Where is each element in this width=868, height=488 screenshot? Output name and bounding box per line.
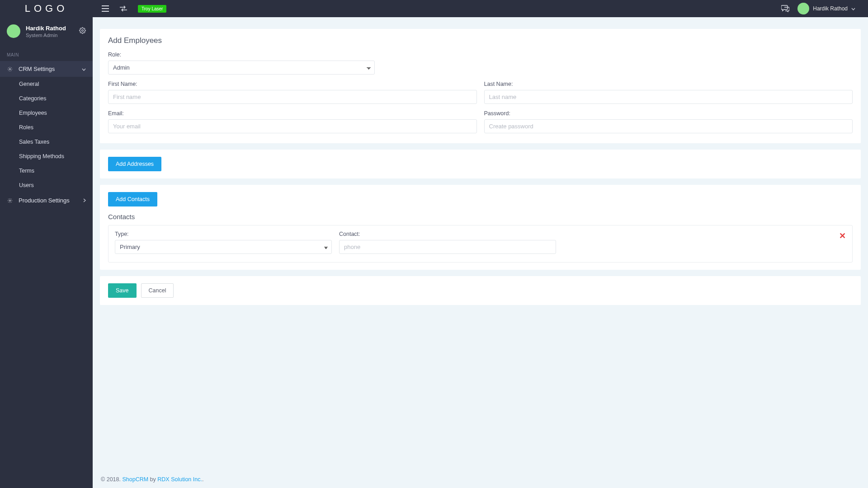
role-select[interactable]: Admin <box>108 61 375 75</box>
sidebar-item-employees[interactable]: Employees <box>0 106 93 120</box>
close-icon: ✕ <box>839 231 846 240</box>
add-addresses-button[interactable]: Add Addresses <box>108 157 161 171</box>
sidebar-item-users[interactable]: Users <box>0 178 93 192</box>
brand-logo[interactable]: LOGO <box>0 3 93 14</box>
sidebar-item-label: CRM Settings <box>19 66 55 72</box>
chevron-down-icon <box>82 66 86 72</box>
gear-icon[interactable] <box>79 27 86 35</box>
contact-label: Contact: <box>339 231 556 237</box>
remove-contact-button[interactable]: ✕ <box>839 231 846 241</box>
sidebar-section-label: MAIN <box>0 42 93 61</box>
svg-rect-0 <box>102 5 109 6</box>
top-navbar: LOGO Troy Laser Hardik Rathod <box>0 0 868 17</box>
sidebar-item-label: Production Settings <box>19 197 70 204</box>
footer-app-link[interactable]: ShopCRM <box>122 476 148 483</box>
contacts-heading: Contacts <box>108 213 853 221</box>
svg-point-3 <box>82 30 84 32</box>
contact-input[interactable] <box>339 240 556 254</box>
navbar-right: Hardik Rathod <box>781 3 868 14</box>
footer-suffix: . <box>202 476 203 483</box>
cancel-button[interactable]: Cancel <box>141 283 174 298</box>
brand-logo-text: LOGO <box>25 3 68 14</box>
sidebar-submenu-crm: General Categories Employees Roles Sales… <box>0 77 93 192</box>
gear-icon <box>7 198 13 203</box>
sidebar-user-card: Hardik Rathod System Admin <box>0 17 93 42</box>
sidebar-item-label: Roles <box>19 124 33 131</box>
card-addresses: Add Addresses <box>100 150 861 178</box>
last-name-label: Last Name: <box>484 81 853 87</box>
password-label: Password: <box>484 110 853 117</box>
first-name-label: First Name: <box>108 81 477 87</box>
sidebar-item-terms[interactable]: Terms <box>0 164 93 178</box>
first-name-input[interactable] <box>108 90 477 104</box>
user-name: Hardik Rathod <box>813 5 848 12</box>
contact-type-label: Type: <box>115 231 332 237</box>
sidebar-item-roles[interactable]: Roles <box>0 120 93 135</box>
sidebar-item-shipping-methods[interactable]: Shipping Methods <box>0 149 93 164</box>
card-add-employee: Add Employees Role: Admin First Name: La… <box>100 29 861 143</box>
footer-copyright: © 2018. <box>101 476 122 483</box>
email-label: Email: <box>108 110 477 117</box>
avatar <box>797 3 809 14</box>
sidebar-user-role: System Admin <box>26 33 66 38</box>
sidebar: Hardik Rathod System Admin MAIN CRM Sett… <box>0 17 93 488</box>
main-area: Add Employees Role: Admin First Name: La… <box>93 17 868 488</box>
sidebar-item-label: Terms <box>19 168 34 174</box>
sidebar-item-label: Users <box>19 182 34 188</box>
org-badge[interactable]: Troy Laser <box>138 5 166 13</box>
chevron-down-icon <box>851 5 855 12</box>
page-footer: © 2018. ShopCRM by RDX Solution Inc.. <box>93 471 868 488</box>
svg-rect-1 <box>102 8 109 9</box>
sidebar-item-production-settings[interactable]: Production Settings <box>0 192 93 208</box>
password-input[interactable] <box>484 119 853 133</box>
role-label: Role: <box>108 52 853 58</box>
chevron-right-icon <box>83 197 86 204</box>
card-actions: Save Cancel <box>100 276 861 305</box>
user-menu[interactable]: Hardik Rathod <box>797 3 855 14</box>
chat-icon[interactable] <box>781 5 789 12</box>
svg-point-5 <box>9 200 11 201</box>
sidebar-item-general[interactable]: General <box>0 77 93 91</box>
navbar-left: Troy Laser <box>93 5 166 13</box>
card-contacts: Add Contacts Contacts Type: Primary Cont… <box>100 185 861 270</box>
sidebar-item-label: General <box>19 81 39 87</box>
svg-point-4 <box>9 68 11 70</box>
sidebar-item-label: Employees <box>19 110 47 116</box>
footer-by: by <box>148 476 157 483</box>
sidebar-item-label: Categories <box>19 95 46 102</box>
avatar <box>7 24 20 38</box>
sidebar-item-sales-taxes[interactable]: Sales Taxes <box>0 135 93 149</box>
add-contacts-button[interactable]: Add Contacts <box>108 192 157 206</box>
sidebar-user-name: Hardik Rathod <box>26 25 66 32</box>
sidebar-item-label: Shipping Methods <box>19 153 64 160</box>
email-input[interactable] <box>108 119 477 133</box>
menu-toggle-icon[interactable] <box>102 5 109 12</box>
sidebar-item-categories[interactable]: Categories <box>0 91 93 106</box>
sidebar-item-crm-settings[interactable]: CRM Settings <box>0 61 93 77</box>
save-button[interactable]: Save <box>108 283 137 298</box>
contact-row: Type: Primary Contact: ✕ <box>108 225 853 263</box>
sidebar-item-label: Sales Taxes <box>19 139 49 145</box>
page-title: Add Employees <box>108 36 853 45</box>
contact-type-select[interactable]: Primary <box>115 240 332 254</box>
svg-rect-2 <box>102 11 109 12</box>
last-name-input[interactable] <box>484 90 853 104</box>
swap-icon[interactable] <box>120 5 127 12</box>
footer-company-link[interactable]: RDX Solution Inc. <box>157 476 202 483</box>
gear-icon <box>7 66 13 72</box>
